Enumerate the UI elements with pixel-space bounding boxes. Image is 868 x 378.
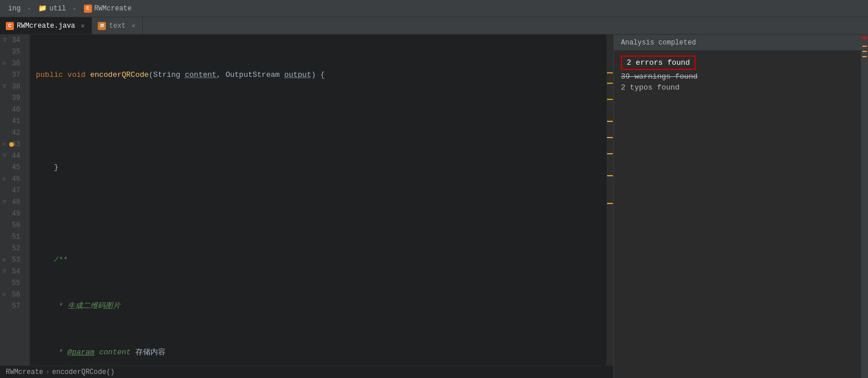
errors-count[interactable]: 2 errors found	[621, 55, 696, 70]
warning-dot-43	[9, 142, 14, 147]
editor-right-indicators	[606, 35, 613, 378]
topbar-item-util[interactable]: 📁 util	[35, 3, 69, 14]
gutter-55: 55	[0, 277, 25, 289]
gutter-36: ▷ 36	[0, 58, 25, 69]
typos-count[interactable]: 2 typos found	[621, 83, 861, 92]
minimap-warning-1	[862, 46, 867, 47]
gutter-39: 39	[0, 92, 25, 104]
gutter-47: 47	[0, 185, 25, 197]
code-line-35	[36, 116, 606, 127]
close-tab-text[interactable]: ✕	[130, 22, 137, 29]
minimap-warning-3	[862, 56, 867, 57]
fold-icon-44[interactable]: ▽	[1, 153, 8, 160]
line-number-gutter: ▽ 34 35 ▷ 36 37 ▽ 38 39 40 41 42 ▷ 43	[0, 35, 30, 378]
gutter-46: ▷ 46	[0, 173, 25, 185]
gutter-45: 45	[0, 162, 25, 173]
tab-text[interactable]: m text ✕	[92, 17, 142, 34]
fold-icon-53[interactable]: ▷	[1, 257, 8, 264]
fold-icon-36[interactable]: ▷	[1, 60, 8, 67]
gutter-57: 57	[0, 301, 25, 312]
gutter-42: 42	[0, 127, 25, 139]
tab-label-rwmcreate: RWMcreate.java	[17, 22, 75, 30]
folder-icon: 📁	[38, 4, 47, 13]
code-line-38: /**	[36, 254, 606, 266]
breadcrumb-method[interactable]: encoderQRCode()	[52, 368, 115, 376]
java-file-icon: C	[6, 22, 14, 30]
gutter-49: 49	[0, 208, 25, 220]
gutter-56: ▷ 56	[0, 289, 25, 301]
breadcrumb-separator: ›	[46, 368, 50, 376]
fold-icon-56[interactable]: ▷	[1, 291, 8, 298]
gutter-53: ▷ 53	[0, 254, 25, 266]
editor-area[interactable]: ▽ 34 35 ▷ 36 37 ▽ 38 39 40 41 42 ▷ 43	[0, 35, 613, 378]
gutter-37: 37	[0, 69, 25, 81]
analysis-minimap-bar	[861, 35, 868, 378]
topbar-item-rwmcreate[interactable]: C RWMcreate	[80, 3, 135, 14]
gutter-38: ▽ 38	[0, 81, 25, 92]
warning-indicator-7	[607, 175, 613, 176]
topbar-item-ing[interactable]: ing	[5, 3, 24, 14]
fold-icon-54[interactable]: ▽	[1, 268, 8, 275]
code-line-40: * @param content 存储内容	[36, 347, 606, 358]
code-line-34: public void encoderQRCode(String content…	[36, 69, 606, 81]
gutter-34: ▽ 34	[0, 35, 25, 46]
tab-label-text: text	[109, 22, 126, 30]
class-icon: C	[84, 5, 92, 13]
fold-icon-48[interactable]: ▽	[1, 199, 8, 206]
fold-icon-38[interactable]: ▽	[1, 83, 8, 90]
warning-indicator-4	[607, 121, 613, 122]
warning-indicator-2	[607, 83, 613, 84]
gutter-41: 41	[0, 116, 25, 127]
fold-icon-34[interactable]: ▽	[1, 37, 8, 44]
warning-indicator-8	[607, 203, 613, 204]
minimap-warning-2	[862, 51, 867, 52]
close-tab-rwmcreate[interactable]: ✕	[80, 22, 86, 29]
gutter-52: 52	[0, 243, 25, 254]
gutter-43: ▷ 43	[0, 139, 25, 150]
gutter-51: 51	[0, 231, 25, 243]
warning-indicator-5	[607, 137, 613, 138]
analysis-title: Analysis completed	[621, 39, 696, 47]
fold-icon-43[interactable]: ▷	[1, 141, 8, 148]
warnings-count[interactable]: 39 warnings found	[621, 72, 861, 81]
tab-rwmcreate-java[interactable]: C RWMcreate.java ✕	[0, 17, 92, 34]
analysis-body: 2 errors found 39 warnings found 2 typos…	[614, 51, 868, 97]
m-file-icon: m	[98, 22, 106, 30]
gutter-35: 35	[0, 46, 25, 58]
code-line-39: * 生成二维码图片	[36, 301, 606, 312]
analysis-header: Analysis completed	[614, 35, 868, 51]
breadcrumb-bar: RWMcreate › encoderQRCode()	[0, 365, 613, 378]
gutter-44: ▽ 44	[0, 150, 25, 162]
breadcrumb-class[interactable]: RWMcreate	[6, 368, 43, 376]
tab-bar: C RWMcreate.java ✕ m text ✕	[0, 17, 868, 35]
code-line-36: }	[36, 162, 606, 173]
minimap-error-1	[862, 37, 867, 39]
top-bar: ing ▸ 📁 util ▸ C RWMcreate	[0, 0, 868, 17]
analysis-panel: Analysis completed 2 errors found 39 war…	[613, 35, 868, 378]
main-area: ▽ 34 35 ▷ 36 37 ▽ 38 39 40 41 42 ▷ 43	[0, 35, 868, 378]
gutter-48: ▽ 48	[0, 197, 25, 208]
fold-icon-46[interactable]: ▷	[1, 176, 8, 183]
gutter-50: 50	[0, 220, 25, 231]
warning-indicator-3	[607, 99, 613, 100]
gutter-54: ▽ 54	[0, 266, 25, 277]
warning-indicator-6	[607, 153, 613, 154]
code-content[interactable]: public void encoderQRCode(String content…	[30, 35, 606, 378]
warning-indicator-1	[607, 72, 613, 73]
code-line-37	[36, 208, 606, 220]
gutter-40: 40	[0, 104, 25, 116]
